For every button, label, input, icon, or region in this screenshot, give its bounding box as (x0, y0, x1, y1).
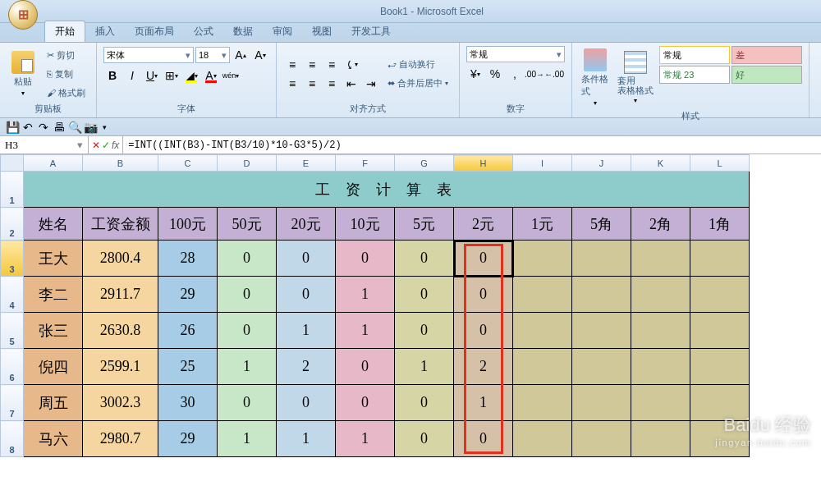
align-top-button[interactable]: ≡ (283, 56, 301, 74)
qat-save[interactable]: 💾 (5, 120, 20, 135)
phonetic-button[interactable]: wén▾ (222, 66, 240, 85)
table-header[interactable]: 姓名 (24, 208, 83, 241)
col-header-D[interactable]: D (218, 155, 277, 172)
tab-developer[interactable]: 开发工具 (342, 21, 401, 42)
cell-J8[interactable] (572, 421, 631, 457)
cell-A8[interactable]: 马六 (24, 421, 83, 457)
enter-formula-button[interactable]: ✓ (102, 140, 110, 151)
style-good[interactable]: 好 (732, 66, 802, 84)
cell-E3[interactable]: 0 (277, 241, 336, 277)
table-header[interactable]: 2元 (454, 208, 513, 241)
cell-G5[interactable]: 0 (395, 313, 454, 349)
qat-more[interactable]: ▾ (99, 120, 110, 135)
cell-A6[interactable]: 倪四 (24, 349, 83, 385)
cell-I7[interactable] (513, 385, 572, 421)
cell-F7[interactable]: 0 (336, 385, 395, 421)
qat-camera[interactable]: 📷 (83, 120, 98, 135)
cell-D7[interactable]: 0 (218, 385, 277, 421)
row-header-5[interactable]: 5 (1, 313, 24, 349)
cell-C7[interactable]: 30 (158, 385, 218, 421)
cell-H8[interactable]: 0 (454, 421, 513, 457)
fill-color-button[interactable]: ◢▾ (182, 66, 200, 85)
copy-button[interactable]: ⎘复制 (43, 65, 89, 83)
cell-J3[interactable] (572, 241, 631, 277)
italic-button[interactable]: I (123, 66, 141, 85)
cell-J5[interactable] (572, 313, 631, 349)
cell-G8[interactable]: 0 (395, 421, 454, 457)
cell-H4[interactable]: 0 (454, 277, 513, 313)
worksheet-grid[interactable]: ABCDEFGHIJKL1工 资 计 算 表2姓名工资金额100元50元20元1… (0, 154, 821, 457)
cell-I3[interactable] (513, 241, 572, 277)
cell-C5[interactable]: 26 (158, 313, 218, 349)
cell-B3[interactable]: 2800.4 (83, 241, 158, 277)
cell-D6[interactable]: 1 (218, 349, 277, 385)
cell-I6[interactable] (513, 349, 572, 385)
tab-view[interactable]: 视图 (302, 21, 342, 42)
tab-review[interactable]: 审阅 (263, 21, 302, 42)
formula-input[interactable]: =INT((INT(B3)-INT(B3/10)*10-G3*5)/2) (123, 136, 821, 153)
cell-A7[interactable]: 周五 (24, 385, 83, 421)
col-header-C[interactable]: C (158, 155, 218, 172)
cell-styles-gallery[interactable]: 常规 差 常规 23 好 (659, 46, 802, 109)
cell-L6[interactable] (690, 349, 750, 385)
cell-G7[interactable]: 0 (395, 385, 454, 421)
table-header[interactable]: 10元 (336, 208, 395, 241)
cell-B7[interactable]: 3002.3 (83, 385, 158, 421)
cell-L3[interactable] (690, 241, 750, 277)
cell-G6[interactable]: 1 (395, 349, 454, 385)
cell-K7[interactable] (631, 385, 690, 421)
cell-H7[interactable]: 1 (454, 385, 513, 421)
cell-K3[interactable] (631, 241, 690, 277)
cell-F8[interactable]: 1 (336, 421, 395, 457)
cell-H3[interactable]: 0 (454, 241, 513, 277)
cell-E7[interactable]: 0 (277, 385, 336, 421)
cell-K5[interactable] (631, 313, 690, 349)
table-header[interactable]: 2角 (631, 208, 690, 241)
decrease-decimal-button[interactable]: ←.00 (545, 65, 563, 83)
wrap-text-button[interactable]: ⮐自动换行 (383, 56, 452, 74)
conditional-format-button[interactable]: 条件格式 ▾ (579, 46, 612, 109)
cell-D8[interactable]: 1 (218, 421, 277, 457)
table-header[interactable]: 50元 (218, 208, 277, 241)
row-header-1[interactable]: 1 (1, 172, 24, 208)
align-center-button[interactable]: ≡ (303, 75, 321, 93)
col-header-L[interactable]: L (690, 155, 750, 172)
table-header[interactable]: 1角 (690, 208, 750, 241)
cell-A5[interactable]: 张三 (24, 313, 83, 349)
col-header-K[interactable]: K (631, 155, 690, 172)
cell-I4[interactable] (513, 277, 572, 313)
row-header-6[interactable]: 6 (1, 349, 24, 385)
decrease-font-button[interactable]: A▾ (251, 46, 269, 64)
tab-data[interactable]: 数据 (223, 21, 263, 42)
cell-E8[interactable]: 1 (277, 421, 336, 457)
cell-C4[interactable]: 29 (158, 277, 218, 313)
tab-home[interactable]: 开始 (44, 21, 85, 42)
align-left-button[interactable]: ≡ (283, 75, 301, 93)
align-right-button[interactable]: ≡ (323, 75, 341, 93)
cell-L4[interactable] (690, 277, 750, 313)
border-button[interactable]: ⊞▾ (163, 66, 181, 85)
qat-preview[interactable]: 🔍 (67, 120, 82, 135)
cell-C8[interactable]: 29 (158, 421, 218, 457)
qat-print[interactable]: 🖶 (52, 120, 67, 135)
cell-L7[interactable] (690, 385, 750, 421)
col-header-G[interactable]: G (395, 155, 454, 172)
col-header-I[interactable]: I (513, 155, 572, 172)
row-header-3[interactable]: 3 (1, 241, 24, 277)
table-header[interactable]: 100元 (158, 208, 218, 241)
col-header-F[interactable]: F (336, 155, 395, 172)
cell-F3[interactable]: 0 (336, 241, 395, 277)
table-header[interactable]: 1元 (513, 208, 572, 241)
col-header-A[interactable]: A (24, 155, 83, 172)
cell-F5[interactable]: 1 (336, 313, 395, 349)
table-format-button[interactable]: 套用 表格格式 ▾ (615, 46, 656, 109)
cell-B6[interactable]: 2599.1 (83, 349, 158, 385)
style-normal23[interactable]: 常规 23 (659, 66, 730, 84)
increase-indent-button[interactable]: ⇥ (362, 75, 380, 93)
style-bad[interactable]: 差 (732, 46, 802, 64)
cell-F6[interactable]: 0 (336, 349, 395, 385)
tab-formulas[interactable]: 公式 (184, 21, 223, 42)
col-header-B[interactable]: B (83, 155, 158, 172)
font-color-button[interactable]: A▾ (202, 66, 220, 85)
col-header-J[interactable]: J (572, 155, 631, 172)
